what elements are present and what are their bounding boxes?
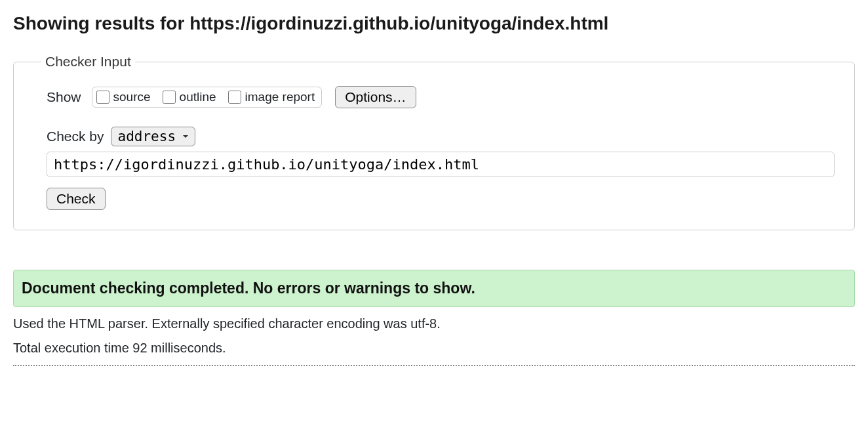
outline-checkbox[interactable] — [163, 91, 176, 104]
source-checkbox-label[interactable]: source — [96, 90, 151, 104]
checkby-row: Check by address — [47, 127, 835, 146]
parser-info: Used the HTML parser. Externally specifi… — [13, 316, 855, 331]
outline-checkbox-text: outline — [180, 90, 216, 104]
checkby-label: Check by — [47, 129, 104, 144]
success-message: Document checking completed. No errors o… — [22, 280, 846, 297]
timing-info: Total execution time 92 milliseconds. — [13, 341, 855, 356]
options-button[interactable]: Options… — [335, 86, 416, 108]
success-result-box: Document checking completed. No errors o… — [13, 270, 855, 307]
check-button[interactable]: Check — [47, 188, 106, 210]
checkby-select[interactable]: address — [111, 127, 195, 146]
results-heading: Showing results for https://igordinuzzi.… — [13, 13, 855, 34]
show-checkbox-group: source outline image report — [92, 87, 323, 108]
checker-input-legend: Checker Input — [41, 54, 135, 70]
image-report-checkbox[interactable] — [228, 91, 241, 104]
source-checkbox[interactable] — [96, 91, 109, 104]
outline-checkbox-label[interactable]: outline — [163, 90, 216, 104]
show-row: Show source outline image report Options… — [47, 86, 835, 108]
footer-divider — [13, 365, 855, 366]
image-report-checkbox-text: image report — [245, 90, 315, 104]
checker-input-fieldset: Checker Input Show source outline image … — [13, 54, 855, 230]
source-checkbox-text: source — [113, 90, 151, 104]
image-report-checkbox-label[interactable]: image report — [228, 90, 315, 104]
show-label: Show — [47, 89, 81, 105]
address-input[interactable] — [47, 152, 835, 177]
